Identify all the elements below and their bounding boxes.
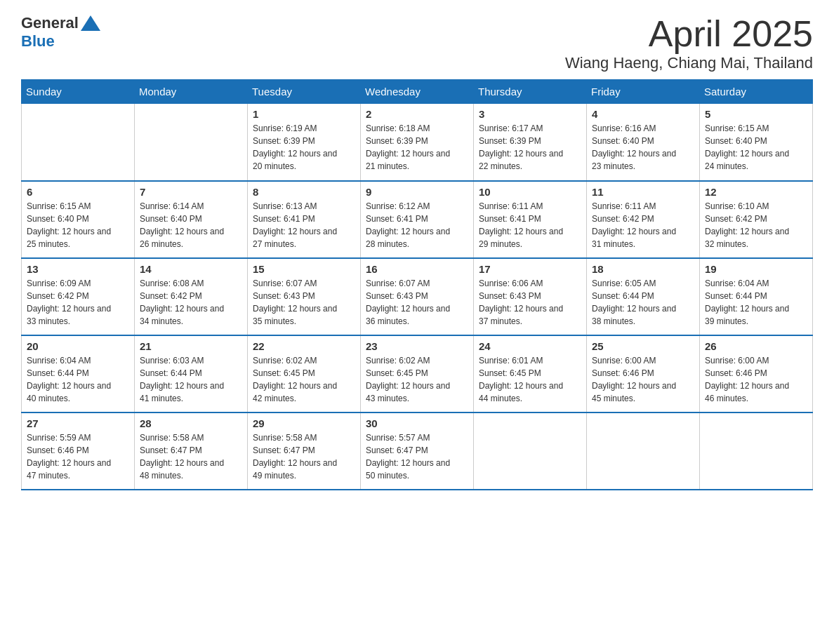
calendar-cell: 8Sunrise: 6:13 AMSunset: 6:41 PMDaylight…: [248, 181, 361, 258]
day-info: Sunrise: 5:58 AMSunset: 6:47 PMDaylight:…: [140, 431, 242, 482]
day-number: 28: [140, 417, 242, 429]
day-info: Sunrise: 6:07 AMSunset: 6:43 PMDaylight:…: [253, 277, 355, 328]
calendar-cell: 13Sunrise: 6:09 AMSunset: 6:42 PMDayligh…: [22, 258, 135, 335]
day-info: Sunrise: 6:19 AMSunset: 6:39 PMDaylight:…: [253, 122, 355, 173]
weekday-row: SundayMondayTuesdayWednesdayThursdayFrid…: [22, 80, 813, 104]
weekday-header-sunday: Sunday: [22, 80, 135, 104]
logo: General Blue: [21, 14, 101, 51]
day-number: 13: [27, 263, 129, 275]
day-number: 6: [27, 186, 129, 198]
day-info: Sunrise: 6:03 AMSunset: 6:44 PMDaylight:…: [140, 354, 242, 405]
calendar-cell: 5Sunrise: 6:15 AMSunset: 6:40 PMDaylight…: [700, 104, 813, 181]
calendar-cell: 27Sunrise: 5:59 AMSunset: 6:46 PMDayligh…: [22, 412, 135, 490]
calendar-cell: 24Sunrise: 6:01 AMSunset: 6:45 PMDayligh…: [474, 335, 587, 412]
calendar-cell: 19Sunrise: 6:04 AMSunset: 6:44 PMDayligh…: [700, 258, 813, 335]
calendar-cell: 4Sunrise: 6:16 AMSunset: 6:40 PMDaylight…: [587, 104, 700, 181]
calendar-cell: 23Sunrise: 6:02 AMSunset: 6:45 PMDayligh…: [361, 335, 474, 412]
page-header: General Blue April 2025 Wiang Haeng, Chi…: [21, 14, 813, 72]
day-info: Sunrise: 6:02 AMSunset: 6:45 PMDaylight:…: [253, 354, 355, 405]
calendar-cell: 28Sunrise: 5:58 AMSunset: 6:47 PMDayligh…: [135, 412, 248, 490]
day-info: Sunrise: 6:00 AMSunset: 6:46 PMDaylight:…: [592, 354, 694, 405]
logo-text-blue: Blue: [21, 32, 55, 50]
calendar-body: 1Sunrise: 6:19 AMSunset: 6:39 PMDaylight…: [22, 104, 813, 490]
day-number: 30: [366, 417, 468, 429]
calendar-cell: 30Sunrise: 5:57 AMSunset: 6:47 PMDayligh…: [361, 412, 474, 490]
day-number: 8: [253, 186, 355, 198]
day-number: 19: [705, 263, 807, 275]
calendar-cell: 17Sunrise: 6:06 AMSunset: 6:43 PMDayligh…: [474, 258, 587, 335]
day-info: Sunrise: 6:01 AMSunset: 6:45 PMDaylight:…: [479, 354, 581, 405]
calendar-cell: [22, 104, 135, 181]
day-info: Sunrise: 6:12 AMSunset: 6:41 PMDaylight:…: [366, 200, 468, 250]
day-number: 10: [479, 186, 581, 198]
weekday-header-friday: Friday: [587, 80, 700, 104]
weekday-header-saturday: Saturday: [700, 80, 813, 104]
day-info: Sunrise: 6:04 AMSunset: 6:44 PMDaylight:…: [705, 277, 807, 328]
day-info: Sunrise: 5:57 AMSunset: 6:47 PMDaylight:…: [366, 431, 468, 482]
calendar-cell: 1Sunrise: 6:19 AMSunset: 6:39 PMDaylight…: [248, 104, 361, 181]
calendar-cell: 11Sunrise: 6:11 AMSunset: 6:42 PMDayligh…: [587, 181, 700, 258]
calendar-cell: 3Sunrise: 6:17 AMSunset: 6:39 PMDaylight…: [474, 104, 587, 181]
month-year-title: April 2025: [565, 14, 813, 54]
day-number: 21: [140, 340, 242, 352]
day-info: Sunrise: 6:15 AMSunset: 6:40 PMDaylight:…: [705, 122, 807, 173]
day-number: 20: [27, 340, 129, 352]
day-number: 16: [366, 263, 468, 275]
day-number: 27: [27, 417, 129, 429]
calendar-cell: [700, 412, 813, 490]
day-info: Sunrise: 6:02 AMSunset: 6:45 PMDaylight:…: [366, 354, 468, 405]
day-number: 1: [253, 108, 355, 120]
day-number: 2: [366, 108, 468, 120]
calendar-week-row: 27Sunrise: 5:59 AMSunset: 6:46 PMDayligh…: [22, 412, 813, 490]
logo-text-general: General: [21, 14, 79, 32]
calendar-cell: 15Sunrise: 6:07 AMSunset: 6:43 PMDayligh…: [248, 258, 361, 335]
day-info: Sunrise: 6:13 AMSunset: 6:41 PMDaylight:…: [253, 200, 355, 250]
title-block: April 2025 Wiang Haeng, Chiang Mai, Thai…: [565, 14, 813, 72]
day-info: Sunrise: 6:10 AMSunset: 6:42 PMDaylight:…: [705, 200, 807, 250]
day-number: 29: [253, 417, 355, 429]
day-number: 14: [140, 263, 242, 275]
day-number: 23: [366, 340, 468, 352]
weekday-header-thursday: Thursday: [474, 80, 587, 104]
calendar-cell: 16Sunrise: 6:07 AMSunset: 6:43 PMDayligh…: [361, 258, 474, 335]
day-number: 15: [253, 263, 355, 275]
day-number: 9: [366, 186, 468, 198]
day-number: 24: [479, 340, 581, 352]
location-subtitle: Wiang Haeng, Chiang Mai, Thailand: [565, 54, 813, 72]
day-info: Sunrise: 6:16 AMSunset: 6:40 PMDaylight:…: [592, 122, 694, 173]
day-info: Sunrise: 6:18 AMSunset: 6:39 PMDaylight:…: [366, 122, 468, 173]
calendar-cell: [135, 104, 248, 181]
day-info: Sunrise: 6:08 AMSunset: 6:42 PMDaylight:…: [140, 277, 242, 328]
calendar-week-row: 1Sunrise: 6:19 AMSunset: 6:39 PMDaylight…: [22, 104, 813, 181]
calendar-cell: 9Sunrise: 6:12 AMSunset: 6:41 PMDaylight…: [361, 181, 474, 258]
day-info: Sunrise: 6:09 AMSunset: 6:42 PMDaylight:…: [27, 277, 129, 328]
calendar-cell: [474, 412, 587, 490]
day-info: Sunrise: 6:11 AMSunset: 6:41 PMDaylight:…: [479, 200, 581, 250]
day-number: 5: [705, 108, 807, 120]
calendar-table: SundayMondayTuesdayWednesdayThursdayFrid…: [21, 79, 813, 490]
day-info: Sunrise: 6:00 AMSunset: 6:46 PMDaylight:…: [705, 354, 807, 405]
calendar-cell: 21Sunrise: 6:03 AMSunset: 6:44 PMDayligh…: [135, 335, 248, 412]
calendar-cell: [587, 412, 700, 490]
calendar-cell: 26Sunrise: 6:00 AMSunset: 6:46 PMDayligh…: [700, 335, 813, 412]
calendar-cell: 12Sunrise: 6:10 AMSunset: 6:42 PMDayligh…: [700, 181, 813, 258]
day-number: 3: [479, 108, 581, 120]
weekday-header-monday: Monday: [135, 80, 248, 104]
calendar-week-row: 20Sunrise: 6:04 AMSunset: 6:44 PMDayligh…: [22, 335, 813, 412]
day-number: 18: [592, 263, 694, 275]
calendar-cell: 25Sunrise: 6:00 AMSunset: 6:46 PMDayligh…: [587, 335, 700, 412]
calendar-cell: 2Sunrise: 6:18 AMSunset: 6:39 PMDaylight…: [361, 104, 474, 181]
day-number: 12: [705, 186, 807, 198]
day-number: 4: [592, 108, 694, 120]
day-number: 17: [479, 263, 581, 275]
day-number: 7: [140, 186, 242, 198]
day-info: Sunrise: 6:15 AMSunset: 6:40 PMDaylight:…: [27, 200, 129, 250]
day-info: Sunrise: 5:59 AMSunset: 6:46 PMDaylight:…: [27, 431, 129, 482]
day-info: Sunrise: 6:17 AMSunset: 6:39 PMDaylight:…: [479, 122, 581, 173]
calendar-cell: 29Sunrise: 5:58 AMSunset: 6:47 PMDayligh…: [248, 412, 361, 490]
logo-icon: [80, 14, 101, 32]
day-info: Sunrise: 6:05 AMSunset: 6:44 PMDaylight:…: [592, 277, 694, 328]
svg-marker-0: [81, 15, 100, 31]
weekday-header-wednesday: Wednesday: [361, 80, 474, 104]
day-number: 26: [705, 340, 807, 352]
